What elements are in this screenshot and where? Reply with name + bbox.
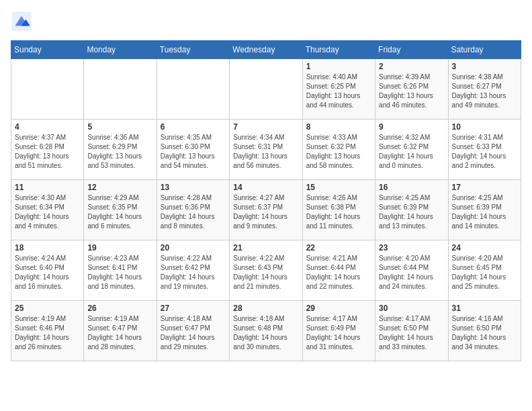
weekday-header-thursday: Thursday — [302, 41, 375, 59]
calendar-cell: 19Sunrise: 4:23 AM Sunset: 6:41 PM Dayli… — [84, 240, 157, 301]
day-number: 31 — [452, 304, 517, 313]
cell-content: Sunrise: 4:35 AM Sunset: 6:30 PM Dayligh… — [161, 133, 226, 171]
page-header — [11, 11, 521, 32]
cell-content: Sunrise: 4:22 AM Sunset: 6:42 PM Dayligh… — [161, 254, 226, 291]
day-number: 24 — [452, 243, 517, 253]
cell-content: Sunrise: 4:25 AM Sunset: 6:39 PM Dayligh… — [452, 193, 517, 231]
calendar-week-3: 11Sunrise: 4:30 AM Sunset: 6:34 PM Dayli… — [11, 180, 521, 240]
calendar-cell: 21Sunrise: 4:22 AM Sunset: 6:43 PM Dayli… — [230, 240, 302, 301]
calendar-cell: 15Sunrise: 4:26 AM Sunset: 6:38 PM Dayli… — [302, 180, 375, 240]
day-number: 30 — [379, 304, 444, 313]
day-number: 19 — [87, 243, 152, 253]
logo-icon — [11, 11, 32, 32]
day-number: 22 — [306, 243, 371, 253]
weekday-header-wednesday: Wednesday — [230, 41, 302, 59]
cell-content: Sunrise: 4:23 AM Sunset: 6:41 PM Dayligh… — [87, 254, 152, 291]
cell-content: Sunrise: 4:34 AM Sunset: 6:31 PM Dayligh… — [233, 133, 298, 171]
cell-content: Sunrise: 4:32 AM Sunset: 6:32 PM Dayligh… — [379, 133, 444, 171]
calendar-cell: 27Sunrise: 4:18 AM Sunset: 6:47 PM Dayli… — [157, 301, 229, 361]
calendar-cell: 13Sunrise: 4:28 AM Sunset: 6:36 PM Dayli… — [157, 180, 229, 240]
calendar-table: SundayMondayTuesdayWednesdayThursdayFrid… — [11, 40, 521, 361]
calendar-cell: 18Sunrise: 4:24 AM Sunset: 6:40 PM Dayli… — [11, 240, 84, 301]
day-number: 14 — [233, 183, 298, 192]
calendar-cell: 24Sunrise: 4:20 AM Sunset: 6:45 PM Dayli… — [448, 240, 521, 301]
calendar-week-5: 25Sunrise: 4:19 AM Sunset: 6:46 PM Dayli… — [11, 301, 521, 361]
day-number: 10 — [452, 122, 517, 132]
calendar-cell: 28Sunrise: 4:18 AM Sunset: 6:48 PM Dayli… — [230, 301, 302, 361]
day-number: 13 — [161, 183, 226, 192]
calendar-cell: 16Sunrise: 4:25 AM Sunset: 6:39 PM Dayli… — [375, 180, 448, 240]
calendar-cell: 9Sunrise: 4:32 AM Sunset: 6:32 PM Daylig… — [375, 120, 448, 180]
day-number: 28 — [233, 304, 298, 313]
cell-content: Sunrise: 4:38 AM Sunset: 6:27 PM Dayligh… — [452, 73, 517, 110]
cell-content: Sunrise: 4:27 AM Sunset: 6:37 PM Dayligh… — [233, 193, 298, 231]
day-number: 25 — [15, 304, 80, 313]
day-number: 7 — [233, 122, 298, 132]
calendar-header: SundayMondayTuesdayWednesdayThursdayFrid… — [11, 41, 521, 59]
calendar-cell: 29Sunrise: 4:17 AM Sunset: 6:49 PM Dayli… — [302, 301, 375, 361]
day-number: 15 — [306, 183, 371, 192]
calendar-cell: 11Sunrise: 4:30 AM Sunset: 6:34 PM Dayli… — [11, 180, 84, 240]
calendar-cell: 8Sunrise: 4:33 AM Sunset: 6:32 PM Daylig… — [302, 120, 375, 180]
cell-content: Sunrise: 4:40 AM Sunset: 6:25 PM Dayligh… — [306, 73, 371, 110]
day-number: 18 — [15, 243, 80, 253]
calendar-cell: 30Sunrise: 4:17 AM Sunset: 6:50 PM Dayli… — [375, 301, 448, 361]
calendar-cell: 4Sunrise: 4:37 AM Sunset: 6:28 PM Daylig… — [11, 120, 84, 180]
calendar-cell: 14Sunrise: 4:27 AM Sunset: 6:37 PM Dayli… — [230, 180, 302, 240]
calendar-week-4: 18Sunrise: 4:24 AM Sunset: 6:40 PM Dayli… — [11, 240, 521, 301]
day-number: 23 — [379, 243, 444, 253]
calendar-cell: 5Sunrise: 4:36 AM Sunset: 6:29 PM Daylig… — [84, 120, 157, 180]
calendar-cell: 2Sunrise: 4:39 AM Sunset: 6:26 PM Daylig… — [375, 59, 448, 120]
day-number: 12 — [87, 183, 152, 192]
calendar-cell: 20Sunrise: 4:22 AM Sunset: 6:42 PM Dayli… — [157, 240, 229, 301]
calendar-cell: 6Sunrise: 4:35 AM Sunset: 6:30 PM Daylig… — [157, 120, 229, 180]
calendar-cell: 7Sunrise: 4:34 AM Sunset: 6:31 PM Daylig… — [230, 120, 302, 180]
calendar-cell: 3Sunrise: 4:38 AM Sunset: 6:27 PM Daylig… — [448, 59, 521, 120]
calendar-body: 1Sunrise: 4:40 AM Sunset: 6:25 PM Daylig… — [11, 59, 521, 361]
calendar-cell: 22Sunrise: 4:21 AM Sunset: 6:44 PM Dayli… — [302, 240, 375, 301]
cell-content: Sunrise: 4:21 AM Sunset: 6:44 PM Dayligh… — [306, 254, 371, 291]
day-number: 16 — [379, 183, 444, 192]
cell-content: Sunrise: 4:17 AM Sunset: 6:50 PM Dayligh… — [379, 314, 444, 352]
cell-content: Sunrise: 4:39 AM Sunset: 6:26 PM Dayligh… — [379, 73, 444, 110]
day-number: 9 — [379, 122, 444, 132]
calendar-cell: 23Sunrise: 4:20 AM Sunset: 6:44 PM Dayli… — [375, 240, 448, 301]
weekday-header-row: SundayMondayTuesdayWednesdayThursdayFrid… — [11, 41, 521, 59]
day-number: 2 — [379, 62, 444, 71]
calendar-week-2: 4Sunrise: 4:37 AM Sunset: 6:28 PM Daylig… — [11, 120, 521, 180]
cell-content: Sunrise: 4:19 AM Sunset: 6:47 PM Dayligh… — [87, 314, 152, 352]
cell-content: Sunrise: 4:20 AM Sunset: 6:45 PM Dayligh… — [452, 254, 517, 291]
cell-content: Sunrise: 4:19 AM Sunset: 6:46 PM Dayligh… — [15, 314, 80, 352]
calendar-cell — [11, 59, 84, 120]
day-number: 29 — [306, 304, 371, 313]
weekday-header-tuesday: Tuesday — [157, 41, 229, 59]
cell-content: Sunrise: 4:28 AM Sunset: 6:36 PM Dayligh… — [161, 193, 226, 231]
day-number: 6 — [161, 122, 226, 132]
calendar-cell: 1Sunrise: 4:40 AM Sunset: 6:25 PM Daylig… — [302, 59, 375, 120]
cell-content: Sunrise: 4:31 AM Sunset: 6:33 PM Dayligh… — [452, 133, 517, 171]
day-number: 27 — [161, 304, 226, 313]
cell-content: Sunrise: 4:18 AM Sunset: 6:48 PM Dayligh… — [233, 314, 298, 352]
calendar-cell — [84, 59, 157, 120]
cell-content: Sunrise: 4:22 AM Sunset: 6:43 PM Dayligh… — [233, 254, 298, 291]
weekday-header-friday: Friday — [375, 41, 448, 59]
cell-content: Sunrise: 4:37 AM Sunset: 6:28 PM Dayligh… — [15, 133, 80, 171]
calendar-cell: 31Sunrise: 4:16 AM Sunset: 6:50 PM Dayli… — [448, 301, 521, 361]
day-number: 11 — [15, 183, 80, 192]
cell-content: Sunrise: 4:20 AM Sunset: 6:44 PM Dayligh… — [379, 254, 444, 291]
cell-content: Sunrise: 4:24 AM Sunset: 6:40 PM Dayligh… — [15, 254, 80, 291]
day-number: 26 — [87, 304, 152, 313]
cell-content: Sunrise: 4:16 AM Sunset: 6:50 PM Dayligh… — [452, 314, 517, 352]
calendar-cell: 17Sunrise: 4:25 AM Sunset: 6:39 PM Dayli… — [448, 180, 521, 240]
weekday-header-monday: Monday — [84, 41, 157, 59]
cell-content: Sunrise: 4:33 AM Sunset: 6:32 PM Dayligh… — [306, 133, 371, 171]
calendar-cell — [157, 59, 229, 120]
calendar-cell: 26Sunrise: 4:19 AM Sunset: 6:47 PM Dayli… — [84, 301, 157, 361]
calendar-cell: 25Sunrise: 4:19 AM Sunset: 6:46 PM Dayli… — [11, 301, 84, 361]
day-number: 8 — [306, 122, 371, 132]
calendar-cell: 12Sunrise: 4:29 AM Sunset: 6:35 PM Dayli… — [84, 180, 157, 240]
day-number: 5 — [87, 122, 152, 132]
cell-content: Sunrise: 4:25 AM Sunset: 6:39 PM Dayligh… — [379, 193, 444, 231]
cell-content: Sunrise: 4:18 AM Sunset: 6:47 PM Dayligh… — [161, 314, 226, 352]
cell-content: Sunrise: 4:30 AM Sunset: 6:34 PM Dayligh… — [15, 193, 80, 231]
